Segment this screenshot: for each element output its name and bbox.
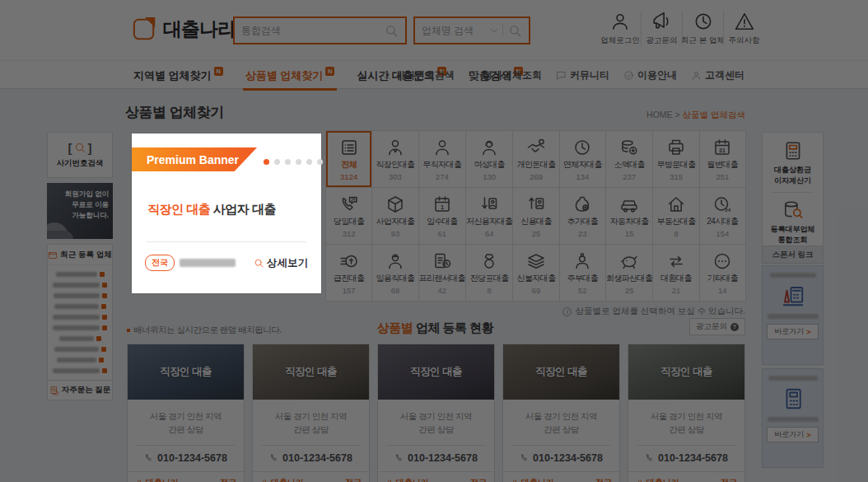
recent-company-item[interactable] xyxy=(53,301,107,311)
category-cell-5[interactable]: 연체자대출 134 xyxy=(560,131,606,188)
category-cell-1[interactable]: 직장인대출 303 xyxy=(372,131,418,188)
category-cell-4[interactable]: 개인돈대출 269 xyxy=(513,131,559,188)
loan-calculator-link[interactable]: 대출상환금이자계산기 xyxy=(774,140,811,185)
phone-icon xyxy=(269,453,279,463)
sponsor-go-button[interactable]: 바로가기> xyxy=(767,427,818,442)
search-icon[interactable] xyxy=(508,24,522,38)
util-item-0[interactable]: 사기번호검색 xyxy=(381,61,455,90)
category-cell-15[interactable]: 자동차대출 15 xyxy=(606,188,653,245)
listing-card-3[interactable]: 직장인 대출 서울 경기 인천 지역간편 상담 010-1234-5678 대출… xyxy=(502,344,620,482)
main-search-input[interactable] xyxy=(241,25,385,36)
carousel-dot-4[interactable] xyxy=(306,159,312,165)
category-cell-2[interactable]: 무직자대출 274 xyxy=(419,131,466,188)
category-cell-23[interactable]: 주부대출 52 xyxy=(560,245,606,302)
recent-company-item[interactable] xyxy=(53,269,107,279)
category-cell-16[interactable]: 부동산대출 8 xyxy=(653,188,699,245)
category-count: 130 xyxy=(483,172,496,181)
chevron-down-icon[interactable] xyxy=(489,26,499,35)
ad-inquiry-button[interactable]: 광고문의 ? xyxy=(689,318,745,335)
category-cell-9[interactable]: 24 당일대출 312 xyxy=(326,188,372,245)
carousel-dot-5[interactable] xyxy=(317,159,323,165)
card-phone[interactable]: 010-1234-5678 xyxy=(378,446,494,471)
recent-company-item[interactable] xyxy=(53,311,107,322)
recent-company-item[interactable] xyxy=(53,354,107,365)
quick-user[interactable]: 업체로그인 xyxy=(600,11,641,46)
recent-company-item[interactable] xyxy=(53,344,107,354)
card-phone[interactable]: 010-1234-5678 xyxy=(503,446,619,471)
category-cell-11[interactable]: 1 일수대출 61 xyxy=(419,188,466,245)
listing-card-4[interactable]: 직장인 대출 서울 경기 인천 지역간편 상담 010-1234-5678 대출… xyxy=(628,344,745,482)
sponsor-banner-2[interactable]: 바로가기> xyxy=(762,368,824,468)
card-phone[interactable]: 010-1234-5678 xyxy=(628,446,744,471)
sponsor-links-title: 스폰서 링크 xyxy=(762,246,824,264)
category-cell-25[interactable]: 대환대출 21 xyxy=(653,245,699,302)
fraud-number-search-box[interactable]: [ ] 사기번호검색 xyxy=(47,132,113,178)
util-item-3[interactable]: 이용안내 xyxy=(623,61,677,90)
premium-banner-card[interactable]: Premium Banner 직장인 대출 사업자 대출 전국 상세보기 xyxy=(132,133,321,293)
category-label: 사업자대출 xyxy=(376,216,414,227)
svg-text:24: 24 xyxy=(726,207,731,212)
category-cell-26[interactable]: 기타대출 14 xyxy=(700,245,746,302)
phone-icon xyxy=(520,453,530,463)
category-count: 23 xyxy=(578,229,587,238)
quick-warning[interactable]: 주의사항 xyxy=(723,11,764,46)
listing-card-2[interactable]: 직장인 대출 서울 경기 인천 지역간편 상담 010-1234-5678 대출… xyxy=(377,344,495,482)
carousel-dot-0[interactable] xyxy=(264,159,269,165)
promo-banner[interactable]: 회원가입 없이 무료로 이용 가능합니다. xyxy=(47,183,113,239)
carousel-dot-1[interactable] xyxy=(274,159,280,165)
car-icon xyxy=(619,194,639,214)
util-item-1[interactable]: 정식업체조회 xyxy=(469,61,542,90)
listing-card-1[interactable]: 직장인 대출 서울 경기 인천 지역간편 상담 010-1234-5678 대출… xyxy=(252,344,370,482)
quick-megaphone[interactable]: 광고문의 xyxy=(641,11,682,46)
category-cell-21[interactable]: 전당포대출 8 xyxy=(466,245,513,302)
category-cell-3[interactable]: 여성대출 130 xyxy=(466,131,513,188)
sponsor-go-button[interactable]: 바로가기> xyxy=(767,324,818,339)
util-item-4[interactable]: 고객센터 xyxy=(691,61,744,90)
lender-lookup-link[interactable]: 등록대부업체통합조회 xyxy=(771,199,815,245)
category-cell-8[interactable]: 31 월변대출 251 xyxy=(700,131,746,188)
category-cell-19[interactable]: 일용직대출 68 xyxy=(372,245,418,302)
card-phone[interactable]: 010-1234-5678 xyxy=(253,446,369,471)
carousel-dot-3[interactable] xyxy=(296,159,301,165)
nav-item-1[interactable]: 상품별 업체찾기N xyxy=(245,61,335,90)
category-count: 15 xyxy=(625,229,634,238)
category-cell-12[interactable]: 저신용자대출 64 xyxy=(466,188,513,245)
category-cell-24[interactable]: 회생파산대출 25 xyxy=(606,245,653,302)
nav-item-0[interactable]: 지역별 업체찾기N xyxy=(133,61,223,90)
breadcrumb-home[interactable]: HOME xyxy=(646,110,673,119)
person-tie-icon xyxy=(385,138,405,157)
recent-company-item[interactable] xyxy=(53,290,107,301)
card-phone[interactable]: 010-1234-5678 xyxy=(128,446,244,471)
category-cell-17[interactable]: 24 24시대출 154 xyxy=(700,188,746,245)
quick-label: 최근 본 업체 xyxy=(681,35,725,46)
recent-company-item[interactable] xyxy=(53,365,107,376)
util-item-2[interactable]: 커뮤니티 xyxy=(556,61,609,90)
category-cell-10[interactable]: 사업자대출 93 xyxy=(372,188,418,245)
category-cell-0[interactable]: 전체 3124 xyxy=(326,131,372,188)
category-cell-13[interactable]: 신용대출 25 xyxy=(513,188,559,245)
blurred-company-name xyxy=(53,283,100,288)
category-cell-22[interactable]: 신불자대출 69 xyxy=(513,245,559,302)
category-cell-14[interactable]: 추가대출 23 xyxy=(560,188,606,245)
sponsor-banner-1[interactable]: 바로가기> xyxy=(762,265,824,365)
recent-company-item[interactable] xyxy=(53,279,107,290)
premium-banner-footer: 전국 상세보기 xyxy=(145,255,308,271)
carousel-dot-2[interactable] xyxy=(285,159,291,165)
recent-company-item[interactable] xyxy=(53,322,107,333)
category-cell-6[interactable]: 소액대출 237 xyxy=(606,131,653,188)
category-label: 저신용자대출 xyxy=(466,216,512,227)
search-icon[interactable] xyxy=(385,24,399,38)
category-cell-18[interactable]: 급전대출 157 xyxy=(326,245,372,302)
category-cell-7[interactable]: 무방문대출 315 xyxy=(653,131,699,188)
logo[interactable]: 대출나라 xyxy=(130,16,236,43)
recent-company-item[interactable] xyxy=(53,333,107,344)
check-circle-icon xyxy=(623,70,634,81)
detail-link[interactable]: 상세보기 xyxy=(254,256,308,270)
category-label: 무방문대출 xyxy=(657,159,696,171)
category-count: 312 xyxy=(343,229,356,238)
listing-card-0[interactable]: 직장인 대출 서울 경기 인천 지역간편 상담 010-1234-5678 대출… xyxy=(127,344,245,482)
company-search-input[interactable] xyxy=(422,25,489,36)
category-cell-20[interactable]: 프리랜서대출 42 xyxy=(419,245,466,302)
quick-clock[interactable]: 최근 본 업체 xyxy=(682,11,723,46)
faq-box[interactable]: 자주묻는 질문 xyxy=(47,380,113,400)
